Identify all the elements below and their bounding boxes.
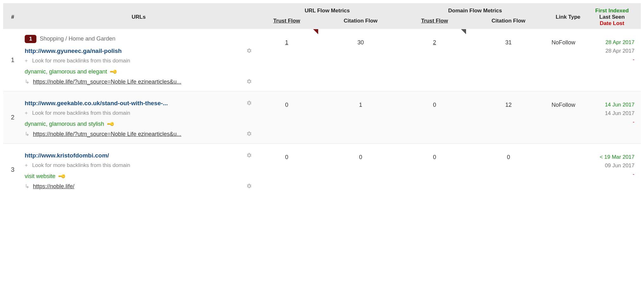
url-trust-flow: 0 [253,91,320,143]
url-citation-flow: 1 [320,91,401,143]
date-lost: - [590,170,635,178]
plus-icon: + [25,110,28,116]
backlinks-table: # URLs URL Flow Metrics Domain Flow Metr… [3,3,641,195]
domain-trust-flow[interactable]: 2 [401,29,468,91]
col-index[interactable]: # [3,3,22,29]
topic-badge[interactable]: 1 [25,35,36,43]
col-date-lost[interactable]: Date Lost [590,20,635,27]
row-index: 2 [3,91,22,143]
url-cell: http://www.kristofdombi.com/+ Look for m… [22,143,253,195]
key-icon: 🔑 [109,67,118,76]
trust-flag-icon [313,29,318,34]
gear-icon[interactable] [246,131,252,137]
gear-icon[interactable] [246,183,252,189]
row-index: 3 [3,143,22,195]
category-text: Shopping / Home and Garden [40,35,115,42]
domain-trust-flow: 0 [401,91,468,143]
first-indexed-date: < 19 Mar 2017 [590,153,635,161]
url-cell: 1Shopping / Home and Gardenhttp://www.gy… [22,29,253,91]
table-row: 11Shopping / Home and Gardenhttp://www.g… [3,29,641,91]
target-url: ↳ https://noble.life/?utm_source=Noble L… [25,78,181,85]
key-icon: 🔑 [106,120,115,129]
gear-icon[interactable] [246,152,252,158]
table-row: 2http://www.geekable.co.uk/stand-out-wit… [3,91,641,143]
source-url-link[interactable]: http://www.gyuneec.ga/nail-polish [25,48,122,54]
col-url-trust-flow[interactable]: Trust Flow [253,16,320,29]
col-group-url-flow: URL Flow Metrics [253,3,401,16]
col-domain-citation-flow[interactable]: Citation Flow [468,16,549,29]
col-first-indexed[interactable]: First Indexed [590,8,635,14]
domain-citation-flow: 0 [468,143,549,195]
dates-cell: < 19 Mar 201709 Jun 2017- [587,143,641,195]
url-citation-flow: 30 [320,29,401,91]
date-lost: - [590,55,635,64]
link-type-cell [549,143,587,195]
dates-cell: 14 Jun 201714 Jun 2017- [587,91,641,143]
trust-flag-icon [461,29,466,34]
target-url: ↳ https://noble.life/ [25,183,74,190]
col-urls[interactable]: URLs [22,3,253,29]
gear-icon[interactable] [246,100,252,106]
domain-citation-flow: 31 [468,29,549,91]
plus-icon: + [25,162,28,168]
first-indexed-date: 28 Apr 2017 [590,38,635,47]
url-cell: http://www.geekable.co.uk/stand-out-with… [22,91,253,143]
target-url-link[interactable]: https://noble.life/?utm_source=Noble Lif… [33,79,181,85]
anchor-text[interactable]: visit website 🔑 [25,173,65,180]
table-header: # URLs URL Flow Metrics Domain Flow Metr… [3,3,641,29]
last-seen-date: 09 Jun 2017 [590,161,635,170]
arrow-right-icon: ↳ [25,79,29,85]
anchor-text[interactable]: dynamic, glamorous and elegant 🔑 [25,68,117,75]
target-url-link[interactable]: https://noble.life/ [33,183,74,189]
url-citation-flow: 0 [320,143,401,195]
col-domain-trust-flow[interactable]: Trust Flow [401,16,468,29]
plus-icon: + [25,58,28,64]
row-index: 1 [3,29,22,91]
url-trust-flow[interactable]: 1 [253,29,320,91]
source-url-link[interactable]: http://www.geekable.co.uk/stand-out-with… [25,100,168,107]
domain-trust-flow: 0 [401,143,468,195]
first-indexed-date: 14 Jun 2017 [590,100,635,109]
last-seen-date: 28 Apr 2017 [590,47,635,55]
col-group-domain-flow: Domain Flow Metrics [401,3,549,16]
more-backlinks-link[interactable]: + Look for more backlinks from this doma… [25,110,252,116]
key-icon: 🔑 [58,172,66,181]
gear-icon[interactable] [246,48,252,54]
target-url-link[interactable]: https://noble.life/?utm_source=Noble Lif… [33,131,181,137]
anchor-text[interactable]: dynamic, glamorous and stylish 🔑 [25,121,114,127]
source-url-link[interactable]: http://www.kristofdombi.com/ [25,152,109,159]
gear-icon[interactable] [246,79,252,84]
arrow-right-icon: ↳ [25,131,29,137]
table-row: 3http://www.kristofdombi.com/+ Look for … [3,143,641,195]
link-type-cell: NoFollow [549,91,587,143]
target-url: ↳ https://noble.life/?utm_source=Noble L… [25,131,181,138]
domain-citation-flow: 12 [468,91,549,143]
dates-cell: 28 Apr 201728 Apr 2017- [587,29,641,91]
col-url-citation-flow[interactable]: Citation Flow [320,16,401,29]
more-backlinks-link[interactable]: + Look for more backlinks from this doma… [25,162,252,169]
more-backlinks-link[interactable]: + Look for more backlinks from this doma… [25,58,252,64]
link-type-cell: NoFollow [549,29,587,91]
url-trust-flow: 0 [253,143,320,195]
col-last-seen[interactable]: Last Seen [590,14,635,20]
col-dates: First Indexed Last Seen Date Lost [587,3,641,29]
col-link-type[interactable]: Link Type [549,3,587,29]
date-lost: - [590,118,635,126]
last-seen-date: 14 Jun 2017 [590,109,635,118]
arrow-right-icon: ↳ [25,183,29,189]
